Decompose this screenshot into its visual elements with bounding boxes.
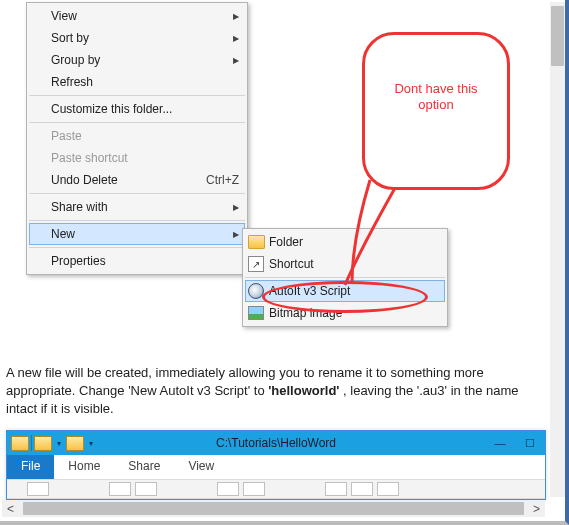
vertical-scrollbar[interactable] [550,2,565,497]
menu-label: New [51,227,75,241]
submenu-label: Bitmap image [269,306,342,320]
menu-paste-shortcut: Paste shortcut [29,147,245,169]
submenu-label: Shortcut [269,257,314,271]
ribbon-button[interactable] [217,482,239,496]
menu-label: Undo Delete [51,173,118,187]
explorer-window: ▾ ▾ C:\Tutorials\HelloWord — ☐ File Home… [6,430,546,500]
menu-undo-delete[interactable]: Undo Delete Ctrl+Z [29,169,245,191]
chevron-down-icon[interactable]: ▾ [54,439,64,448]
qataccess-dropdown-icon[interactable]: ▾ [86,439,96,448]
ribbon-button[interactable] [135,482,157,496]
menu-sort-by[interactable]: Sort by ▶ [29,27,245,49]
menu-label: Customize this folder... [51,102,172,116]
explorer-title-path: C:\Tutorials\HelloWord [216,436,336,450]
submenu-autoit-script[interactable]: AutoIt v3 Script [245,280,445,302]
submenu-label: AutoIt v3 Script [269,284,350,298]
bitmap-icon [247,305,265,321]
submenu-separator [245,277,445,278]
menu-share-with[interactable]: Share with ▶ [29,196,245,218]
menu-separator [29,95,245,96]
tab-share[interactable]: Share [114,455,174,479]
body-text-bold: 'helloworld' [268,383,339,398]
menu-label: Group by [51,53,100,67]
scroll-left-button[interactable]: < [2,500,19,517]
context-menu: View ▶ Sort by ▶ Group by ▶ Refresh Cust… [26,2,248,275]
tab-file[interactable]: File [7,455,54,479]
callout-line1: Dont have this [394,81,477,97]
menu-label: Paste [51,129,82,143]
menu-label: Refresh [51,75,93,89]
menu-separator [29,220,245,221]
horizontal-scrollbar[interactable]: < > [2,500,545,517]
horizontal-scrollbar-track[interactable] [19,500,528,517]
callout-line2: option [418,97,453,113]
shortcut-icon [247,256,265,272]
menu-separator [29,247,245,248]
submenu-arrow-icon: ▶ [233,12,239,21]
callout-text: Dont have this option [394,81,477,112]
tab-view[interactable]: View [174,455,228,479]
menu-separator [29,122,245,123]
minimize-button[interactable]: — [485,432,515,454]
submenu-bitmap-image[interactable]: Bitmap image [245,302,445,324]
submenu-folder[interactable]: Folder [245,231,445,253]
menu-properties[interactable]: Properties [29,250,245,272]
submenu-arrow-icon: ▶ [233,34,239,43]
explorer-ribbon [7,480,545,499]
menu-label: Sort by [51,31,89,45]
divider [31,435,32,451]
autoit-icon [247,283,265,299]
instruction-paragraph: A new file will be created, immediately … [6,364,545,419]
menu-label: Paste shortcut [51,151,128,165]
submenu-arrow-icon: ▶ [233,203,239,212]
menu-customize-folder[interactable]: Customize this folder... [29,98,245,120]
tab-home[interactable]: Home [54,455,114,479]
menu-separator [29,193,245,194]
ribbon-button[interactable] [27,482,49,496]
folder-icon [11,436,29,451]
ribbon-button[interactable] [109,482,131,496]
folder-icon[interactable] [34,436,52,451]
submenu-shortcut[interactable]: Shortcut [245,253,445,275]
menu-label: View [51,9,77,23]
ribbon-button[interactable] [243,482,265,496]
ribbon-button[interactable] [325,482,347,496]
folder-icon [247,234,265,250]
submenu-arrow-icon: ▶ [233,56,239,65]
ribbon-button[interactable] [351,482,373,496]
explorer-titlebar[interactable]: ▾ ▾ C:\Tutorials\HelloWord — ☐ [7,431,545,455]
folder-icon[interactable] [66,436,84,451]
menu-shortcut: Ctrl+Z [206,173,239,187]
menu-view[interactable]: View ▶ [29,5,245,27]
menu-paste: Paste [29,125,245,147]
new-submenu: Folder Shortcut AutoIt v3 Script Bitmap … [242,228,448,327]
horizontal-scrollbar-thumb[interactable] [23,502,524,515]
menu-group-by[interactable]: Group by ▶ [29,49,245,71]
explorer-ribbon-tabs: File Home Share View [7,455,545,480]
menu-refresh[interactable]: Refresh [29,71,245,93]
menu-label: Share with [51,200,108,214]
submenu-label: Folder [269,235,303,249]
menu-label: Properties [51,254,106,268]
menu-new[interactable]: New ▶ [29,223,245,245]
vertical-scrollbar-thumb[interactable] [551,6,564,66]
submenu-arrow-icon: ▶ [233,230,239,239]
maximize-button[interactable]: ☐ [515,432,545,454]
scroll-right-button[interactable]: > [528,500,545,517]
callout-annotation: Dont have this option [362,32,510,190]
ribbon-button[interactable] [377,482,399,496]
